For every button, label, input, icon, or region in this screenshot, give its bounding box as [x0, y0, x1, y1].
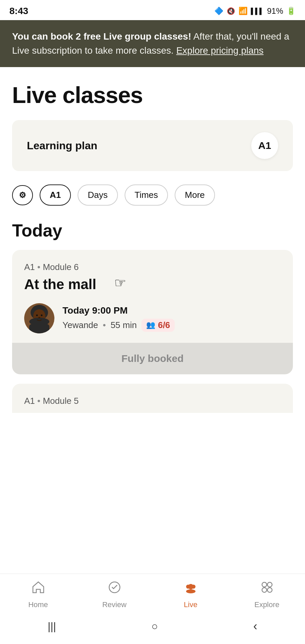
live-icon — [183, 580, 198, 598]
class-date-time: Today 9:00 PM — [62, 305, 281, 316]
status-icons: 🔷 🔇 📶 ▌▌▌ 91% 🔋 — [214, 6, 296, 16]
class-duration: 55 min — [111, 320, 137, 330]
class-module: Module 6 — [43, 262, 79, 272]
bluetooth-icon: 🔷 — [214, 7, 223, 15]
main-content: Live classes Learning plan A1 ⚙ A1 Days … — [0, 82, 305, 413]
fully-booked-button: Fully booked — [12, 343, 293, 374]
avatar-svg — [24, 303, 54, 333]
class-card-mall[interactable]: A1 • Module 6 At the mall — [12, 250, 293, 374]
svg-point-8 — [38, 317, 40, 318]
class-card-partial[interactable]: A1 • Module 5 — [12, 384, 293, 413]
filter-times-chip[interactable]: Times — [125, 184, 168, 206]
explore-pricing-link[interactable]: Explore pricing plans — [176, 45, 264, 56]
svg-point-13 — [186, 589, 195, 593]
svg-point-15 — [267, 582, 272, 587]
class-schedule: Today 9:00 PM Yewande • 55 min 👥 6/6 — [62, 305, 281, 332]
app-bottom-nav: Home Review Live — [0, 574, 305, 612]
svg-point-12 — [191, 585, 195, 589]
nav-item-live[interactable]: Live — [171, 580, 211, 609]
spots-badge: 👥 6/6 — [141, 319, 175, 332]
filter-settings-chip[interactable]: ⚙ — [12, 185, 33, 205]
svg-point-7 — [41, 315, 43, 316]
system-nav-bar: ||| ○ ‹ — [0, 612, 305, 644]
filter-more-chip[interactable]: More — [175, 184, 215, 206]
nav-explore-label: Explore — [254, 600, 279, 609]
banner-bold-text: You can book 2 free Live group classes! — [12, 31, 191, 42]
svg-point-17 — [267, 588, 272, 592]
nav-item-home[interactable]: Home — [18, 580, 58, 609]
svg-point-16 — [262, 588, 267, 592]
filter-sliders-icon: ⚙ — [19, 191, 26, 200]
signal-icon: ▌▌▌ — [251, 8, 264, 15]
filter-a1-chip[interactable]: A1 — [40, 184, 71, 206]
svg-point-14 — [262, 582, 267, 587]
sys-nav-home[interactable]: ○ — [145, 618, 165, 635]
explore-icon — [260, 580, 274, 598]
wifi-icon: 📶 — [238, 7, 248, 15]
learning-plan-card[interactable]: Learning plan A1 — [12, 120, 293, 171]
bottom-nav-wrapper: Home Review Live — [0, 574, 305, 644]
page-title: Live classes — [12, 82, 293, 108]
class-date-label: Today — [62, 305, 92, 316]
level-badge: A1 — [251, 132, 278, 159]
filter-row: ⚙ A1 Days Times More — [12, 184, 293, 206]
today-section-heading: Today — [12, 220, 293, 240]
svg-rect-5 — [29, 324, 49, 333]
filter-days-chip[interactable]: Days — [78, 184, 118, 206]
filter-a1-label: A1 — [50, 190, 61, 200]
svg-point-6 — [36, 315, 38, 316]
spots-count: 6/6 — [158, 320, 170, 330]
status-bar: 8:43 🔷 🔇 📶 ▌▌▌ 91% 🔋 — [0, 0, 305, 20]
teacher-avatar — [24, 303, 54, 333]
people-icon: 👥 — [146, 321, 155, 329]
nav-item-review[interactable]: Review — [94, 580, 135, 609]
class-teacher-info: Yewande • 55 min 👥 6/6 — [62, 319, 281, 332]
class-meta-partial: A1 • Module 5 — [24, 396, 281, 406]
promo-banner: You can book 2 free Live group classes! … — [0, 20, 305, 67]
sys-nav-recent[interactable]: ||| — [41, 618, 63, 635]
class-meta: A1 • Module 6 — [24, 262, 281, 272]
sys-nav-back[interactable]: ‹ — [247, 616, 264, 636]
partial-module: Module 5 — [43, 396, 79, 406]
class-info-row: Today 9:00 PM Yewande • 55 min 👥 6/6 — [24, 303, 281, 333]
home-icon — [31, 580, 46, 598]
nav-item-explore[interactable]: Explore — [247, 580, 287, 609]
nav-live-label: Live — [184, 600, 197, 609]
nav-review-label: Review — [102, 600, 126, 609]
class-teacher-name: Yewande — [62, 320, 98, 330]
partial-level: A1 — [24, 396, 35, 406]
battery-percent: 91% — [267, 6, 283, 16]
battery-icon: 🔋 — [287, 7, 296, 15]
class-title: At the mall — [24, 276, 281, 292]
nav-home-label: Home — [28, 600, 48, 609]
class-level: A1 — [24, 262, 35, 272]
svg-point-11 — [186, 585, 190, 589]
filter-more-label: More — [185, 190, 205, 200]
filter-times-label: Times — [135, 190, 158, 200]
status-time: 8:43 — [9, 6, 28, 16]
class-time-val: 9:00 PM — [92, 305, 128, 316]
learning-plan-label: Learning plan — [27, 140, 97, 152]
review-icon — [107, 580, 122, 598]
filter-days-label: Days — [88, 190, 107, 200]
mute-icon: 🔇 — [227, 7, 235, 15]
